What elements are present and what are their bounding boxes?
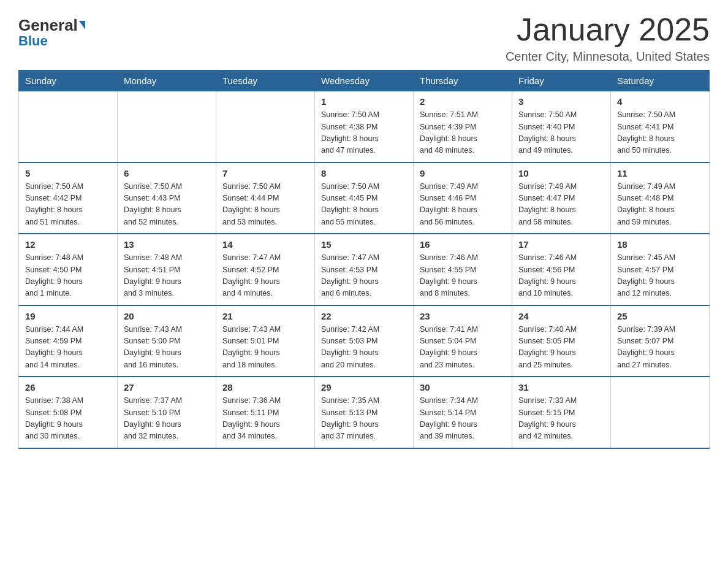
calendar-cell: 23Sunrise: 7:41 AM Sunset: 5:04 PM Dayli… [414, 305, 512, 377]
logo-general: General [18, 17, 85, 33]
day-info: Sunrise: 7:39 AM Sunset: 5:07 PM Dayligh… [617, 324, 703, 372]
day-number: 2 [420, 96, 506, 107]
page-header: General Blue January 2025 Center City, M… [18, 12, 710, 64]
day-info: Sunrise: 7:47 AM Sunset: 4:52 PM Dayligh… [222, 252, 308, 300]
header-day-wednesday: Wednesday [315, 71, 414, 91]
location-title: Center City, Minnesota, United States [506, 50, 710, 64]
calendar-cell: 24Sunrise: 7:40 AM Sunset: 5:05 PM Dayli… [512, 305, 611, 377]
day-info: Sunrise: 7:46 AM Sunset: 4:55 PM Dayligh… [420, 252, 506, 300]
day-number: 4 [617, 96, 703, 107]
day-number: 5 [25, 168, 111, 178]
day-info: Sunrise: 7:50 AM Sunset: 4:43 PM Dayligh… [124, 181, 210, 229]
header-row: SundayMondayTuesdayWednesdayThursdayFrid… [19, 71, 710, 91]
day-info: Sunrise: 7:48 AM Sunset: 4:51 PM Dayligh… [124, 252, 210, 300]
week-row-5: 26Sunrise: 7:38 AM Sunset: 5:08 PM Dayli… [19, 377, 710, 448]
week-row-2: 5Sunrise: 7:50 AM Sunset: 4:42 PM Daylig… [19, 163, 710, 234]
day-info: Sunrise: 7:50 AM Sunset: 4:38 PM Dayligh… [321, 109, 407, 157]
day-number: 22 [321, 311, 407, 321]
logo-general-text: General [18, 16, 78, 34]
day-info: Sunrise: 7:50 AM Sunset: 4:45 PM Dayligh… [321, 181, 407, 229]
day-number: 11 [617, 168, 703, 178]
day-info: Sunrise: 7:37 AM Sunset: 5:10 PM Dayligh… [124, 395, 210, 443]
day-info: Sunrise: 7:38 AM Sunset: 5:08 PM Dayligh… [25, 395, 111, 443]
day-info: Sunrise: 7:46 AM Sunset: 4:56 PM Dayligh… [518, 252, 604, 300]
calendar-cell: 9Sunrise: 7:49 AM Sunset: 4:46 PM Daylig… [414, 163, 512, 234]
calendar-cell [216, 91, 315, 163]
calendar-cell [611, 377, 710, 448]
day-number: 20 [124, 311, 210, 321]
week-row-3: 12Sunrise: 7:48 AM Sunset: 4:50 PM Dayli… [19, 234, 710, 305]
day-number: 16 [420, 239, 506, 250]
calendar-cell: 27Sunrise: 7:37 AM Sunset: 5:10 PM Dayli… [118, 377, 216, 448]
day-info: Sunrise: 7:35 AM Sunset: 5:13 PM Dayligh… [321, 395, 407, 443]
calendar-cell [118, 91, 216, 163]
day-number: 25 [617, 311, 703, 321]
day-info: Sunrise: 7:48 AM Sunset: 4:50 PM Dayligh… [25, 252, 111, 300]
header-day-tuesday: Tuesday [216, 71, 315, 91]
day-info: Sunrise: 7:45 AM Sunset: 4:57 PM Dayligh… [617, 252, 703, 300]
day-info: Sunrise: 7:50 AM Sunset: 4:44 PM Dayligh… [222, 181, 308, 229]
day-info: Sunrise: 7:50 AM Sunset: 4:42 PM Dayligh… [25, 181, 111, 229]
day-number: 26 [25, 382, 111, 393]
day-info: Sunrise: 7:50 AM Sunset: 4:41 PM Dayligh… [617, 109, 703, 157]
calendar-cell: 8Sunrise: 7:50 AM Sunset: 4:45 PM Daylig… [315, 163, 414, 234]
day-info: Sunrise: 7:49 AM Sunset: 4:47 PM Dayligh… [518, 181, 604, 229]
calendar-cell: 13Sunrise: 7:48 AM Sunset: 4:51 PM Dayli… [118, 234, 216, 305]
calendar-cell: 14Sunrise: 7:47 AM Sunset: 4:52 PM Dayli… [216, 234, 315, 305]
calendar-cell: 25Sunrise: 7:39 AM Sunset: 5:07 PM Dayli… [611, 305, 710, 377]
calendar-cell: 22Sunrise: 7:42 AM Sunset: 5:03 PM Dayli… [315, 305, 414, 377]
header-day-saturday: Saturday [611, 71, 710, 91]
calendar-cell: 28Sunrise: 7:36 AM Sunset: 5:11 PM Dayli… [216, 377, 315, 448]
calendar-cell: 31Sunrise: 7:33 AM Sunset: 5:15 PM Dayli… [512, 377, 611, 448]
day-number: 17 [518, 239, 604, 250]
day-info: Sunrise: 7:40 AM Sunset: 5:05 PM Dayligh… [518, 324, 604, 372]
calendar-cell: 1Sunrise: 7:50 AM Sunset: 4:38 PM Daylig… [315, 91, 414, 163]
calendar-cell: 3Sunrise: 7:50 AM Sunset: 4:40 PM Daylig… [512, 91, 611, 163]
calendar-body: 1Sunrise: 7:50 AM Sunset: 4:38 PM Daylig… [19, 91, 710, 448]
header-day-sunday: Sunday [19, 71, 118, 91]
calendar-cell: 29Sunrise: 7:35 AM Sunset: 5:13 PM Dayli… [315, 377, 414, 448]
day-number: 31 [518, 382, 604, 393]
calendar-cell: 2Sunrise: 7:51 AM Sunset: 4:39 PM Daylig… [414, 91, 512, 163]
calendar-cell [19, 91, 118, 163]
calendar-cell: 17Sunrise: 7:46 AM Sunset: 4:56 PM Dayli… [512, 234, 611, 305]
week-row-4: 19Sunrise: 7:44 AM Sunset: 4:59 PM Dayli… [19, 305, 710, 377]
header-day-thursday: Thursday [414, 71, 512, 91]
calendar-cell: 10Sunrise: 7:49 AM Sunset: 4:47 PM Dayli… [512, 163, 611, 234]
day-number: 24 [518, 311, 604, 321]
calendar-header: SundayMondayTuesdayWednesdayThursdayFrid… [19, 71, 710, 91]
day-info: Sunrise: 7:49 AM Sunset: 4:48 PM Dayligh… [617, 181, 703, 229]
day-number: 21 [222, 311, 308, 321]
day-number: 3 [518, 96, 604, 107]
day-info: Sunrise: 7:43 AM Sunset: 5:01 PM Dayligh… [222, 324, 308, 372]
calendar-table: SundayMondayTuesdayWednesdayThursdayFrid… [18, 70, 710, 449]
logo-arrow-icon [79, 21, 85, 29]
logo: General Blue [18, 17, 85, 48]
day-info: Sunrise: 7:34 AM Sunset: 5:14 PM Dayligh… [420, 395, 506, 443]
day-info: Sunrise: 7:51 AM Sunset: 4:39 PM Dayligh… [420, 109, 506, 157]
calendar-cell: 19Sunrise: 7:44 AM Sunset: 4:59 PM Dayli… [19, 305, 118, 377]
logo-blue-text: Blue [18, 34, 48, 48]
day-info: Sunrise: 7:49 AM Sunset: 4:46 PM Dayligh… [420, 181, 506, 229]
day-number: 15 [321, 239, 407, 250]
day-number: 9 [420, 168, 506, 178]
calendar-cell: 15Sunrise: 7:47 AM Sunset: 4:53 PM Dayli… [315, 234, 414, 305]
day-number: 12 [25, 239, 111, 250]
calendar-cell: 5Sunrise: 7:50 AM Sunset: 4:42 PM Daylig… [19, 163, 118, 234]
day-number: 1 [321, 96, 407, 107]
month-title: January 2025 [506, 12, 710, 47]
day-number: 28 [222, 382, 308, 393]
calendar-cell: 6Sunrise: 7:50 AM Sunset: 4:43 PM Daylig… [118, 163, 216, 234]
header-day-monday: Monday [118, 71, 216, 91]
calendar-cell: 7Sunrise: 7:50 AM Sunset: 4:44 PM Daylig… [216, 163, 315, 234]
day-info: Sunrise: 7:36 AM Sunset: 5:11 PM Dayligh… [222, 395, 308, 443]
day-number: 23 [420, 311, 506, 321]
calendar-cell: 20Sunrise: 7:43 AM Sunset: 5:00 PM Dayli… [118, 305, 216, 377]
header-day-friday: Friday [512, 71, 611, 91]
day-info: Sunrise: 7:47 AM Sunset: 4:53 PM Dayligh… [321, 252, 407, 300]
calendar-cell: 30Sunrise: 7:34 AM Sunset: 5:14 PM Dayli… [414, 377, 512, 448]
day-number: 18 [617, 239, 703, 250]
day-number: 10 [518, 168, 604, 178]
week-row-1: 1Sunrise: 7:50 AM Sunset: 4:38 PM Daylig… [19, 91, 710, 163]
day-number: 14 [222, 239, 308, 250]
